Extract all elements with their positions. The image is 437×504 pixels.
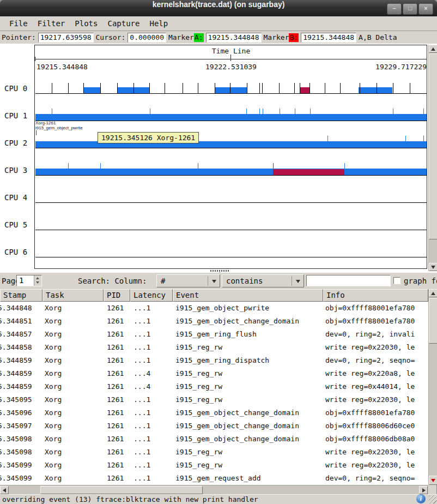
pane-splitter-handle[interactable] [210, 270, 229, 272]
cell: 5.344859 [0, 354, 32, 367]
graph-scrollbar-thumb[interactable] [429, 53, 437, 239]
menu-item-filter[interactable]: Filter [33, 16, 70, 31]
cpu-label-1: CPU 1 [4, 111, 27, 120]
graph-follows-label: graph follows [404, 277, 437, 285]
column-header-task[interactable]: Task [43, 289, 104, 302]
table-row[interactable]: 5.344858Xorg1261...1i915_reg_rwwrite reg… [0, 341, 428, 354]
table-row[interactable]: 5.344857Xorg1261...1i915_gem_ring_flushd… [0, 328, 428, 341]
cell: write reg=0x22030, le [325, 393, 415, 406]
column-header-info[interactable]: Info [323, 289, 428, 302]
scroll-down-button-marker[interactable] [429, 476, 437, 485]
resize-grip-icon[interactable] [429, 495, 436, 503]
cpu-baseline-2 [35, 148, 427, 148]
table-row[interactable]: 5.344848Xorg1261...1i915_gem_object_pwri… [0, 302, 428, 315]
search-input[interactable] [306, 275, 391, 286]
graph-event-label: i915_gem_object_pwrite [35, 125, 83, 130]
graph-vertical-scrollbar[interactable] [428, 45, 437, 271]
column-header-pid[interactable]: PID [104, 289, 130, 302]
cell: Xorg [45, 433, 62, 446]
cpu-0-event-tick [279, 83, 280, 93]
graph-follows-checkbox[interactable] [393, 277, 400, 284]
table-row[interactable]: 5.345099Xorg1261...1i915_gem_request_add… [0, 472, 428, 485]
graph-section[interactable]: Time Line 19215.344848 19222.531039 1922… [0, 44, 437, 273]
cpu-1-event-tick [295, 109, 295, 114]
cpu-3-event-tick [68, 163, 69, 169]
table-row[interactable]: 5.345097Xorg1261...1i915_gem_object_chan… [0, 419, 428, 433]
cpu-baseline-6 [35, 257, 427, 257]
event-table[interactable]: 5.344848Xorg1261...1i915_gem_object_pwri… [0, 302, 428, 485]
cell: dev=0, ring=2, invali [325, 328, 415, 341]
table-scrollbar-thumb[interactable] [429, 298, 437, 344]
cpu-label-5: CPU 5 [4, 220, 27, 229]
cell: 5.344857 [0, 328, 32, 341]
cell: i915_gem_ring_dispatch [175, 354, 269, 367]
cell: 1261 [107, 315, 124, 328]
cell: obj=0xffff88001efa780 [325, 302, 415, 315]
scroll-down-button[interactable] [429, 263, 437, 271]
page-spinner[interactable]: 1 [16, 275, 42, 286]
cpu-1-event-tick [423, 109, 424, 114]
column-header-latency[interactable]: Latency [130, 289, 173, 302]
table-row[interactable]: 5.345095Xorg1261...1i915_reg_rwwrite reg… [0, 393, 428, 406]
table-vertical-scrollbar[interactable] [428, 289, 437, 485]
axis-tick-center [230, 55, 231, 61]
scroll-left-button[interactable] [0, 486, 9, 494]
table-row[interactable]: 5.344851Xorg1261...1i915_gem_object_chan… [0, 315, 428, 328]
cpu-3-event-tick [100, 163, 101, 169]
arrow-down-red-icon [431, 479, 435, 482]
title-bar[interactable]: kernelshark(trace.dat) (on sugarbay) – □… [0, 0, 437, 16]
scroll-up-button[interactable] [429, 45, 437, 53]
info-icon[interactable]: i [416, 494, 426, 503]
cell: 1261 [107, 302, 124, 315]
arrow-left-icon [3, 488, 6, 493]
cursor-value: 0.000000 [128, 33, 166, 43]
table-row[interactable]: 5.344859Xorg1261...4i915_reg_rwwrite reg… [0, 367, 428, 380]
table-header: StampTaskPIDLatencyEventInfo [0, 289, 428, 302]
cpu-0-event-tick [377, 83, 377, 93]
match-dropdown[interactable]: contains [222, 274, 304, 287]
cpu-0-event-tick [300, 83, 300, 93]
table-row[interactable]: 5.345096Xorg1261...1i915_gem_object_chan… [0, 406, 428, 419]
table-row[interactable]: 5.344859Xorg1261...1i915_gem_ring_dispat… [0, 354, 428, 367]
column-header-event[interactable]: Event [173, 289, 323, 302]
chevron-down-icon [212, 280, 216, 283]
menu-item-file[interactable]: File [4, 16, 33, 31]
timeline-plot-frame[interactable] [34, 45, 427, 269]
maximize-button[interactable]: □ [403, 3, 417, 15]
menu-item-plots[interactable]: Plots [70, 16, 102, 31]
cpu-baseline-5 [35, 230, 427, 230]
close-button[interactable]: × [418, 3, 433, 15]
table-row[interactable]: 5.345098Xorg1261...1i915_gem_object_chan… [0, 433, 428, 446]
column-dropdown[interactable]: # [156, 274, 220, 287]
cell: obj=0xffff88001efa780 [325, 315, 415, 328]
menu-item-capture[interactable]: Capture [102, 16, 144, 31]
column-header-stamp[interactable]: Stamp [0, 289, 43, 302]
table-row[interactable]: 5.345099Xorg1261...1i915_reg_rwwrite reg… [0, 459, 428, 472]
menu-item-help[interactable]: Help [144, 16, 173, 31]
cpu-3-marker-tick [273, 163, 274, 169]
horizontal-scrollbar[interactable] [0, 485, 428, 494]
cursor-label: Cursor: [96, 33, 126, 41]
cell: 5.345098 [0, 446, 32, 459]
cell: 5.344859 [0, 380, 32, 393]
minimize-button[interactable]: – [387, 3, 402, 15]
horizontal-scrollbar-thumb[interactable] [40, 486, 203, 494]
cpu-1-event-tick [393, 109, 393, 114]
scroll-up-button[interactable] [429, 289, 437, 297]
spinner-up-icon [36, 277, 39, 279]
scroll-right-button[interactable] [419, 486, 428, 494]
cpu-0-event-tick [83, 83, 84, 93]
axis-label-right: 19229.717229 [35, 63, 427, 71]
cell: i915_gem_request_add [175, 472, 261, 485]
cell: ...1 [133, 315, 150, 328]
page-spinner-buttons[interactable] [34, 275, 41, 286]
table-row[interactable]: 5.344859Xorg1261...4i915_reg_rwwrite reg… [0, 380, 428, 393]
cpu-0-event-tick [183, 83, 183, 93]
arrow-up-icon [431, 47, 435, 51]
arrow-up-icon [431, 292, 435, 295]
cell: ...1 [133, 433, 150, 446]
cell: 5.345095 [0, 393, 32, 406]
cell: write reg=0x22030, le [325, 446, 415, 459]
cpu-0-event-tick [149, 83, 150, 93]
table-row[interactable]: 5.345098Xorg1261...1i915_reg_rwwrite reg… [0, 446, 428, 459]
